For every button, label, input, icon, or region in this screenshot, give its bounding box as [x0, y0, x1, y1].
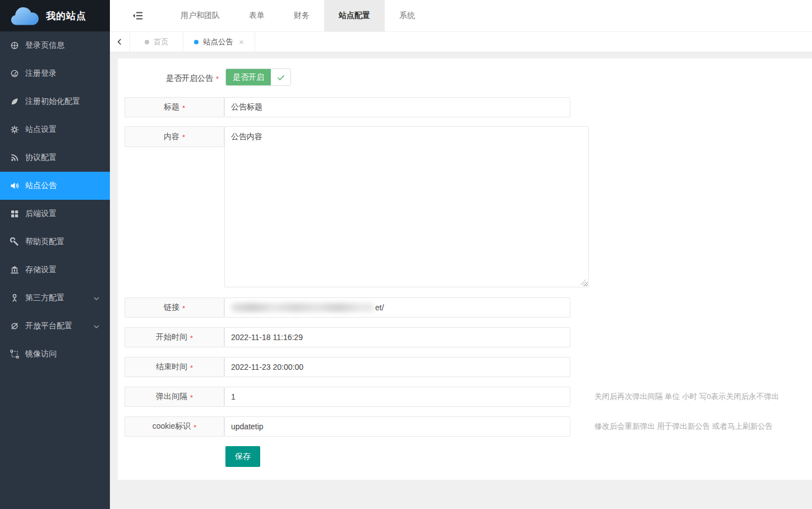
dashboard-icon [10, 69, 19, 78]
nav-item-forms[interactable]: 表单 [234, 0, 279, 31]
crop-icon [10, 350, 19, 359]
sidebar-item-label: 开放平台配置 [25, 321, 72, 331]
close-icon[interactable]: × [239, 38, 244, 46]
start-time-input[interactable] [224, 327, 570, 347]
sidebar: 我的站点 登录页信息 注册登录 注册初始化配置 站点设置 协议配置 站点公告 [0, 0, 110, 509]
cookie-key-hint: 修改后会重新弹出 用于弹出新公告 或者马上刷新公告 [594, 416, 773, 437]
sidebar-item-label: 镜像访问 [25, 349, 57, 359]
title-input[interactable] [224, 97, 570, 117]
sidebar-item-login-page-info[interactable]: 登录页信息 [0, 31, 110, 59]
checkmark-icon [271, 69, 290, 85]
content-area: 是否开启公告 是否开启 标题 内容 公告内容 链接 et/ [110, 53, 812, 509]
gear-icon [10, 125, 19, 134]
redacted-text-blur [231, 303, 375, 312]
chevron-down-icon [93, 323, 100, 329]
sidebar-item-label: 登录页信息 [25, 40, 64, 51]
sidebar-item-label: 协议配置 [25, 153, 57, 163]
field-label-cookie-key: cookie标识 [124, 416, 224, 437]
top-nav: 用户和团队 表单 财务 站点配置 系统 [166, 0, 430, 31]
wrench-icon [10, 237, 19, 246]
nav-item-system[interactable]: 系统 [385, 0, 430, 31]
sidebar-item-label: 注册初始化配置 [25, 97, 80, 107]
app-title: 我的站点 [46, 10, 86, 22]
tab-bar: 首页 站点公告 × [110, 31, 812, 52]
collapse-menu-icon[interactable] [110, 0, 166, 31]
sidebar-item-storage-settings[interactable]: 存储设置 [0, 256, 110, 284]
tab-dot [145, 40, 149, 44]
speaker-icon [10, 181, 19, 190]
bank-icon [10, 265, 19, 274]
sidebar-item-label: 注册登录 [25, 68, 57, 79]
top-header: 用户和团队 表单 财务 站点配置 系统 [110, 0, 812, 31]
end-time-input[interactable] [224, 357, 570, 377]
sidebar-item-protocol-config[interactable]: 协议配置 [0, 144, 110, 172]
pen-icon [10, 97, 19, 106]
field-label-popup-interval: 弹出间隔 [124, 387, 224, 407]
sidebar-item-label: 帮助页配置 [25, 237, 64, 247]
field-label-enable-announcement: 是否开启公告 [118, 74, 219, 84]
sidebar-menu: 登录页信息 注册登录 注册初始化配置 站点设置 协议配置 站点公告 后端设置 [0, 31, 110, 368]
field-label-content: 内容 [124, 126, 224, 147]
sidebar-item-mirror-access[interactable]: 镜像访问 [0, 340, 110, 368]
cloud-logo-icon [9, 4, 41, 27]
switch-on-label: 是否开启 [226, 69, 271, 85]
tab-site-announcement[interactable]: 站点公告 × [183, 32, 255, 52]
sidebar-item-label: 第三方配置 [25, 293, 64, 303]
sidebar-item-third-party-config[interactable]: 第三方配置 [0, 284, 110, 312]
field-label-end-time: 结束时间 [124, 357, 224, 377]
tab-scroll-left-icon[interactable] [110, 32, 130, 52]
save-button[interactable]: 保存 [225, 446, 260, 467]
nav-item-finance[interactable]: 财务 [279, 0, 324, 31]
nav-item-site-config[interactable]: 站点配置 [324, 0, 385, 31]
grid-icon [10, 209, 19, 218]
user-icon [10, 294, 19, 302]
sidebar-item-label: 站点公告 [25, 181, 57, 191]
sidebar-item-open-platform-config[interactable]: 开放平台配置 [0, 312, 110, 340]
app-logo: 我的站点 [0, 0, 110, 31]
sidebar-item-site-announcement[interactable]: 站点公告 [0, 172, 110, 200]
sidebar-item-register-login[interactable]: 注册登录 [0, 59, 110, 88]
tab-dot [194, 40, 199, 44]
tab-home[interactable]: 首页 [130, 32, 183, 52]
tab-label: 首页 [154, 37, 169, 47]
nav-item-users-teams[interactable]: 用户和团队 [166, 0, 234, 31]
sidebar-item-site-settings[interactable]: 站点设置 [0, 116, 110, 144]
form-card: 是否开启公告 是否开启 标题 内容 公告内容 链接 et/ [118, 58, 812, 480]
sidebar-item-label: 后端设置 [25, 209, 57, 219]
field-label-start-time: 开始时间 [124, 327, 224, 347]
popup-interval-hint: 关闭后再次弹出间隔 单位 小时 写0表示关闭后永不弹出 [594, 387, 779, 407]
sidebar-item-backend-settings[interactable]: 后端设置 [0, 200, 110, 228]
link-visible-text: et/ [375, 303, 384, 312]
sidebar-item-help-page-config[interactable]: 帮助页配置 [0, 228, 110, 256]
content-textarea[interactable]: 公告内容 [224, 126, 589, 287]
field-label-title: 标题 [124, 97, 224, 117]
sidebar-item-label: 站点设置 [25, 125, 57, 135]
field-label-link: 链接 [124, 297, 224, 318]
popup-interval-input[interactable] [224, 387, 570, 407]
tab-label: 站点公告 [203, 37, 233, 47]
helm-icon [10, 41, 19, 50]
link-input[interactable]: et/ [224, 297, 570, 318]
enable-announcement-switch[interactable]: 是否开启 [225, 68, 291, 86]
circle-slash-icon [10, 322, 19, 331]
chevron-down-icon [93, 295, 100, 301]
cookie-key-input[interactable] [224, 416, 570, 437]
sidebar-item-register-init-config[interactable]: 注册初始化配置 [0, 88, 110, 116]
rss-icon [10, 153, 19, 162]
sidebar-item-label: 存储设置 [25, 265, 57, 275]
